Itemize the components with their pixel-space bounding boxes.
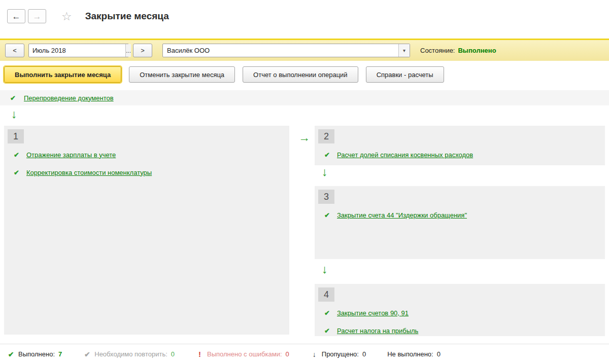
title-bar: ← → ☆ Закрытие месяца: [0, 0, 609, 32]
period-input[interactable]: [29, 44, 125, 57]
back-button[interactable]: ←: [7, 9, 25, 23]
indirect-costs-share-link[interactable]: Расчет долей списания косвенных расходов: [337, 151, 473, 159]
stage-item: ✔ Закрытие счетов 90, 91: [323, 306, 605, 319]
period-picker-button[interactable]: ...: [125, 44, 131, 57]
check-icon: ✔: [13, 169, 20, 176]
references-calculations-button[interactable]: Справки - расчеты: [366, 66, 444, 83]
check-icon: ✔: [7, 350, 15, 358]
stage-block-2: 2 ✔ Расчет долей списания косвенных расх…: [315, 126, 605, 165]
skipped-value: 0: [362, 350, 366, 358]
page-title: Закрытие месяца: [85, 11, 169, 22]
salary-reflection-link[interactable]: Отражение зарплаты в учете: [26, 151, 116, 159]
stage-block-1: 1 ✔ Отражение зарплаты в учете ✔ Коррект…: [4, 126, 289, 335]
status-box: Состояние: Выполнено: [420, 47, 496, 54]
stage-number: 4: [318, 287, 334, 302]
forward-button[interactable]: →: [28, 9, 46, 23]
check-icon: ✔: [323, 211, 331, 219]
stage-block-4: 4 ✔ Закрытие счетов 90, 91 ✔ Расчет нало…: [315, 284, 605, 336]
repeat-label: Необходимо повторить:: [94, 350, 167, 358]
errors-label: Выполнено с ошибками:: [207, 350, 282, 358]
check-icon: ✔: [9, 94, 17, 102]
next-period-button[interactable]: >: [133, 44, 152, 57]
check-icon: ✔: [83, 350, 91, 358]
stage-item: ✔ Расчет долей списания косвенных расход…: [323, 148, 605, 161]
not-done-value: 0: [437, 350, 441, 358]
status-label: Состояние:: [420, 47, 455, 54]
period-field: ...: [28, 44, 129, 57]
skipped-label: Пропущено:: [322, 350, 359, 358]
stage-number: 1: [8, 129, 24, 143]
arrow-right-icon: →: [298, 132, 310, 143]
stage-item: ✔ Отражение зарплаты в учете: [13, 148, 289, 161]
stage-number: 2: [318, 129, 334, 143]
stage-item: ✔ Корректировка стоимости номенклатуры: [13, 166, 289, 179]
exclamation-icon: !: [196, 350, 204, 358]
period-toolbar: < ... > Василёк ООО ▾ Состояние: Выполне…: [0, 39, 609, 61]
cancel-month-closing-button[interactable]: Отменить закрытие месяца: [129, 66, 235, 83]
accounts-90-91-closing-link[interactable]: Закрытие счетов 90, 91: [337, 309, 409, 317]
summary-not-done: Не выполнено: 0: [387, 350, 441, 358]
account-44-closing-link[interactable]: Закрытие счета 44 "Издержки обращения": [337, 211, 467, 219]
organization-value: Василёк ООО: [163, 44, 398, 57]
done-value: 7: [58, 350, 62, 358]
done-label: Выполнено:: [18, 350, 55, 358]
stage-block-3: 3 ✔ Закрытие счета 44 "Издержки обращени…: [315, 186, 605, 259]
run-month-closing-button[interactable]: Выполнить закрытие месяца: [4, 66, 121, 83]
favorite-star-icon[interactable]: ☆: [61, 10, 72, 23]
chevron-down-icon[interactable]: ▾: [398, 44, 410, 57]
check-icon: ✔: [13, 151, 20, 159]
operations-report-button[interactable]: Отчет о выполнении операций: [243, 66, 358, 83]
reposting-documents-link[interactable]: Перепроведение документов: [24, 94, 114, 102]
not-done-label: Не выполнено:: [387, 350, 433, 358]
prev-period-button[interactable]: <: [5, 44, 24, 57]
status-summary-bar: ✔ Выполнено: 7 ✔ Необходимо повторить: 0…: [0, 344, 609, 364]
stage-number: 3: [318, 190, 334, 204]
actions-row: Выполнить закрытие месяца Отменить закры…: [4, 66, 444, 83]
summary-done: ✔ Выполнено: 7: [7, 350, 62, 358]
stage-item: ✔ Расчет налога на прибыль: [323, 324, 605, 337]
summary-repeat: ✔ Необходимо повторить: 0: [83, 350, 175, 358]
check-icon: ✔: [323, 151, 331, 159]
status-value: Выполнено: [458, 47, 496, 54]
errors-value: 0: [286, 350, 289, 358]
stock-cost-adjustment-link[interactable]: Корректировка стоимости номенклатуры: [26, 169, 152, 176]
arrow-down-icon: ↓: [322, 166, 328, 178]
organization-combobox[interactable]: Василёк ООО ▾: [162, 44, 410, 57]
arrow-down-icon: ↓: [311, 350, 318, 358]
check-icon: ✔: [323, 309, 331, 317]
arrow-down-icon: ↓: [322, 264, 328, 275]
income-tax-calc-link[interactable]: Расчет налога на прибыль: [337, 327, 418, 335]
reposting-row: ✔ Перепроведение документов: [0, 90, 609, 105]
arrow-down-icon: ↓: [11, 108, 17, 120]
stage-item: ✔ Закрытие счета 44 "Издержки обращения": [323, 208, 605, 222]
summary-skipped: ↓ Пропущено: 0: [311, 350, 366, 358]
repeat-value: 0: [171, 350, 175, 358]
check-icon: ✔: [323, 327, 331, 335]
summary-errors: ! Выполнено с ошибками: 0: [196, 350, 289, 358]
